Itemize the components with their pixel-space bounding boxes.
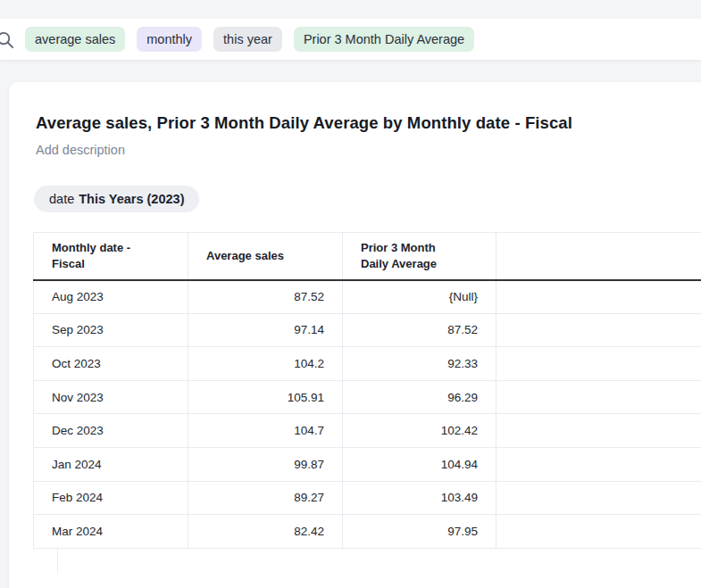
cell-empty: [497, 515, 701, 549]
cell-empty: [497, 313, 701, 347]
search-icon: [0, 29, 15, 50]
cell-average-sales: 87.52: [188, 280, 343, 314]
search-token-average-sales[interactable]: average sales: [25, 27, 125, 52]
page-title[interactable]: Average sales, Prior 3 Month Daily Avera…: [9, 82, 701, 134]
cell-date: Nov 2023: [34, 380, 188, 414]
table-row: Sep 2023 97.14 87.52: [34, 313, 701, 347]
column-header-monthly-date-fiscal[interactable]: Monthly date - Fiscal: [34, 233, 188, 280]
column-header-prior-3-month-daily-average[interactable]: Prior 3 Month Daily Average: [343, 233, 497, 280]
cell-average-sales: 82.42: [188, 515, 343, 549]
column-header-average-sales[interactable]: Average sales: [188, 233, 343, 280]
search-token-monthly[interactable]: monthly: [137, 27, 202, 52]
cell-average-sales: 97.14: [188, 313, 343, 347]
column-header-line: Fiscal: [52, 256, 170, 272]
answer-card: Average sales, Prior 3 Month Daily Avera…: [9, 82, 701, 588]
table-row: Aug 2023 87.52 {Null}: [34, 280, 701, 314]
cell-prior-3-month-daily-average: 96.29: [343, 380, 497, 414]
filter-row: date This Years (2023): [34, 186, 701, 212]
cell-average-sales: 89.27: [188, 481, 343, 515]
table-row: Oct 2023 104.2 92.33: [34, 347, 701, 381]
filter-field-label: date: [49, 192, 74, 206]
cell-prior-3-month-daily-average: 104.94: [343, 447, 497, 481]
column-header-line: Monthly date -: [52, 240, 170, 256]
table-left-border-continuation: [57, 549, 325, 573]
cell-empty: [497, 447, 701, 481]
cell-prior-3-month-daily-average: 103.49: [343, 481, 497, 515]
cell-average-sales: 104.2: [188, 347, 343, 381]
cell-average-sales: 99.87: [188, 447, 343, 481]
cell-empty: [497, 280, 701, 314]
cell-prior-3-month-daily-average: {Null}: [343, 280, 497, 314]
cell-empty: [497, 380, 701, 414]
cell-date: Oct 2023: [34, 347, 188, 381]
column-header-empty: [497, 233, 701, 280]
results-table-container: Monthly date - Fiscal Average sales Prio…: [33, 232, 701, 573]
column-header-line: Daily Average: [361, 256, 478, 272]
add-description-button[interactable]: Add description: [36, 143, 688, 157]
column-header-line: Average sales: [206, 248, 324, 264]
table-row: Feb 2024 89.27 103.49: [34, 481, 701, 515]
cell-prior-3-month-daily-average: 87.52: [343, 313, 497, 347]
cell-date: Aug 2023: [34, 280, 188, 314]
search-token-prior-3-month-daily-average[interactable]: Prior 3 Month Daily Average: [294, 27, 474, 52]
cell-date: Feb 2024: [34, 481, 188, 515]
table-row: Nov 2023 105.91 96.29: [34, 380, 701, 414]
search-token-this-year[interactable]: this year: [213, 27, 282, 52]
cell-prior-3-month-daily-average: 92.33: [343, 347, 497, 381]
cell-date: Mar 2024: [34, 515, 188, 549]
cell-prior-3-month-daily-average: 97.95: [343, 515, 497, 549]
cell-date: Sep 2023: [34, 313, 188, 347]
cell-average-sales: 104.7: [188, 414, 343, 448]
results-table: Monthly date - Fiscal Average sales Prio…: [33, 232, 701, 549]
date-filter-chip[interactable]: date This Years (2023): [34, 186, 199, 212]
table-row: Mar 2024 82.42 97.95: [34, 515, 701, 549]
search-bar[interactable]: average sales monthly this year Prior 3 …: [0, 19, 701, 61]
table-header-row: Monthly date - Fiscal Average sales Prio…: [34, 233, 701, 280]
cell-empty: [497, 481, 701, 515]
table-row: Dec 2023 104.7 102.42: [34, 414, 701, 448]
column-header-line: Prior 3 Month: [361, 240, 478, 256]
cell-date: Dec 2023: [34, 414, 188, 448]
cell-empty: [497, 414, 701, 448]
cell-date: Jan 2024: [34, 447, 188, 481]
table-row: Jan 2024 99.87 104.94: [34, 447, 701, 481]
cell-prior-3-month-daily-average: 102.42: [343, 414, 497, 448]
filter-value-label: This Years (2023): [79, 192, 184, 206]
cell-empty: [497, 347, 701, 381]
cell-average-sales: 105.91: [188, 380, 343, 414]
